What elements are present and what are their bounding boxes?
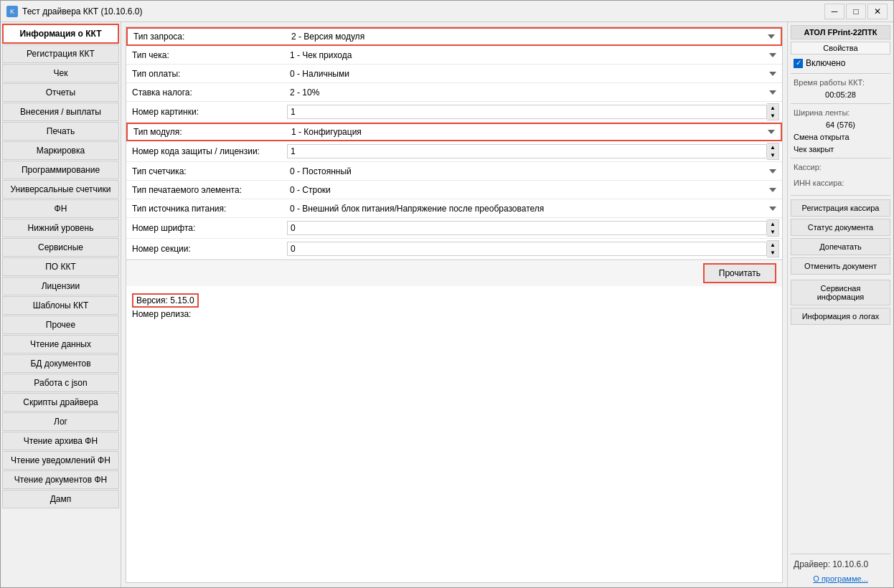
right-spacer [791, 327, 890, 550]
enabled-checkbox[interactable] [794, 59, 803, 68]
spin-up-protection_code[interactable]: ▲ [767, 143, 778, 151]
right-panel: АТОЛ FPrint-22ПТК Свойства Включено Врем… [787, 22, 893, 587]
reprint-button[interactable]: Допечатать [791, 238, 890, 255]
sidebar-item-templates[interactable]: Шаблоны ККТ [2, 296, 119, 315]
form-row-counter_type: Тип счетчика:0 - Постоянный1 - Временный [126, 162, 782, 181]
read-button[interactable]: Прочитать [703, 263, 776, 283]
spin-up-font_number[interactable]: ▲ [767, 220, 778, 228]
sidebar-item-info[interactable]: Информация о ККТ [2, 24, 119, 44]
cashier-value [791, 174, 890, 176]
version-line: Версия: 5.15.0 [132, 293, 776, 308]
spinner-protection_code: ▲▼ [767, 143, 779, 160]
sidebar-item-posfw[interactable]: ПО ККТ [2, 257, 119, 276]
form-row-protection_code: Номер кода защиты / лицензии:▲▼ [126, 141, 782, 162]
reg-cashier-button[interactable]: Регистрация кассира [791, 199, 890, 217]
spin-up-card_number[interactable]: ▲ [767, 104, 778, 112]
cancel-doc-button[interactable]: Отменить документ [791, 257, 890, 275]
select-print_element[interactable]: 0 - Строки1 - Изображение [287, 184, 779, 196]
sidebar-item-archivefn[interactable]: Чтение архива ФН [2, 432, 119, 450]
label-section_number: Номер секции: [126, 241, 284, 257]
sidebar-item-print[interactable]: Печать [2, 122, 119, 141]
cashier-label: Кассир: [791, 162, 890, 172]
label-module_type: Тип модуля: [128, 124, 286, 140]
input-card_number[interactable] [287, 105, 767, 119]
spin-down-section_number[interactable]: ▼ [767, 249, 778, 257]
spin-down-font_number[interactable]: ▼ [767, 228, 778, 236]
form-rows: Тип запроса:2 - Версия модуля1 - Версия … [126, 27, 782, 260]
service-info-button[interactable]: Сервисная информация [791, 280, 890, 305]
spinner-section_number: ▲▼ [767, 240, 779, 257]
sidebar: Информация о ККТРегистрация ККТЧекОтчеты… [1, 22, 121, 587]
sidebar-item-dump[interactable]: Дамп [2, 490, 119, 508]
form-row-font_number: Номер шрифта:▲▼ [126, 218, 782, 239]
select-request_type[interactable]: 2 - Версия модуля1 - Версия ФФД0 - Верси… [288, 30, 778, 43]
sidebar-item-licenses[interactable]: Лицензии [2, 277, 119, 295]
label-tax_rate: Ставка налога: [126, 85, 284, 100]
close-button[interactable]: ✕ [867, 4, 888, 19]
title-bar: K Тест драйвера ККТ (10.10.6.0) ─ □ ✕ [1, 1, 893, 22]
form-row-request_type: Тип запроса:2 - Версия модуля1 - Версия … [126, 27, 782, 46]
sidebar-item-prog[interactable]: Программирование [2, 161, 119, 179]
sidebar-item-reports[interactable]: Отчеты [2, 83, 119, 102]
main-window: K Тест драйвера ККТ (10.10.6.0) ─ □ ✕ Ин… [0, 0, 894, 588]
label-card_number: Номер картинки: [126, 104, 284, 120]
select-counter_type[interactable]: 0 - Постоянный1 - Временный [287, 165, 779, 178]
form-row-section_number: Номер секции:▲▼ [126, 239, 782, 260]
label-font_number: Номер шрифта: [126, 220, 284, 236]
select-power_source[interactable]: 0 - Внешний блок питания/Напряжение посл… [287, 202, 779, 215]
sidebar-item-counters[interactable]: Универсальные счетчики [2, 180, 119, 199]
select-module_type[interactable]: 1 - Конфигурация2 - Прошивка3 - Параметр… [288, 125, 778, 138]
about-link[interactable]: О программе... [791, 573, 890, 584]
divider-2 [791, 103, 890, 104]
sidebar-item-other[interactable]: Прочее [2, 316, 119, 334]
maximize-button[interactable]: □ [846, 4, 866, 19]
properties-button[interactable]: Свойства [791, 42, 890, 54]
doc-status-button[interactable]: Статус документа [791, 219, 890, 236]
select-check_type[interactable]: 1 - Чек прихода2 - Чек возврата прихода3… [287, 49, 779, 62]
enabled-label: Включено [806, 58, 845, 68]
sidebar-item-notifyfn[interactable]: Чтение уведомлений ФН [2, 451, 119, 470]
sidebar-item-log[interactable]: Лог [2, 412, 119, 431]
select-payment_type[interactable]: 0 - Наличными1 - Безналичными2 - Предвар… [287, 67, 779, 80]
label-print_element: Тип печатаемого элемента: [126, 182, 284, 198]
shift-status: Смена открыта [791, 132, 890, 142]
label-counter_type: Тип счетчика: [126, 163, 284, 179]
sidebar-item-check[interactable]: Чек [2, 64, 119, 82]
driver-value: 10.10.6.0 [832, 559, 868, 569]
label-power_source: Тип источника питания: [126, 201, 284, 217]
sidebar-item-reg[interactable]: Регистрация ККТ [2, 44, 119, 63]
form-area: Тип запроса:2 - Версия модуля1 - Версия … [126, 27, 783, 583]
label-payment_type: Тип оплаты: [126, 66, 284, 82]
sidebar-item-marking[interactable]: Маркировка [2, 141, 119, 160]
sidebar-item-fn[interactable]: ФН [2, 199, 119, 218]
form-row-payment_type: Тип оплаты:0 - Наличными1 - Безналичными… [126, 65, 782, 83]
sidebar-item-lowlevel[interactable]: Нижний уровень [2, 219, 119, 237]
input-font_number[interactable] [287, 221, 767, 235]
main-content: Информация о ККТРегистрация ККТЧекОтчеты… [1, 22, 893, 587]
sidebar-item-readdata[interactable]: Чтение данных [2, 335, 119, 354]
sidebar-item-json[interactable]: Работа с json [2, 374, 119, 392]
log-info-button[interactable]: Информация о логах [791, 308, 890, 325]
sidebar-item-dbdocs[interactable]: БД документов [2, 354, 119, 373]
spin-up-section_number[interactable]: ▲ [767, 241, 778, 249]
window-title: Тест драйвера ККТ (10.10.6.0) [22, 6, 820, 16]
sidebar-item-docsfn[interactable]: Чтение документов ФН [2, 470, 119, 489]
device-name: АТОЛ FPrint-22ПТК [791, 25, 890, 39]
work-time-value: 00:05:28 [791, 90, 890, 100]
label-check_type: Тип чека: [126, 47, 284, 63]
spin-down-card_number[interactable]: ▼ [767, 112, 778, 120]
select-tax_rate[interactable]: 2 - 10%1 - 20%3 - 20/1204 - 10/110 [287, 86, 779, 99]
label-request_type: Тип запроса: [128, 29, 286, 44]
minimize-button[interactable]: ─ [824, 4, 844, 19]
version-value: Версия: 5.15.0 [132, 293, 199, 308]
sidebar-item-payments[interactable]: Внесения / выплаты [2, 103, 119, 121]
input-section_number[interactable] [287, 242, 767, 256]
app-icon: K [6, 6, 18, 17]
sidebar-item-service[interactable]: Сервисные [2, 238, 119, 257]
inn-label: ИНН кассира: [791, 178, 890, 188]
divider-4 [791, 195, 890, 196]
spin-down-protection_code[interactable]: ▼ [767, 151, 778, 159]
input-protection_code[interactable] [287, 144, 767, 158]
form-row-power_source: Тип источника питания:0 - Внешний блок п… [126, 199, 782, 218]
sidebar-item-scripts[interactable]: Скрипты драйвера [2, 393, 119, 412]
